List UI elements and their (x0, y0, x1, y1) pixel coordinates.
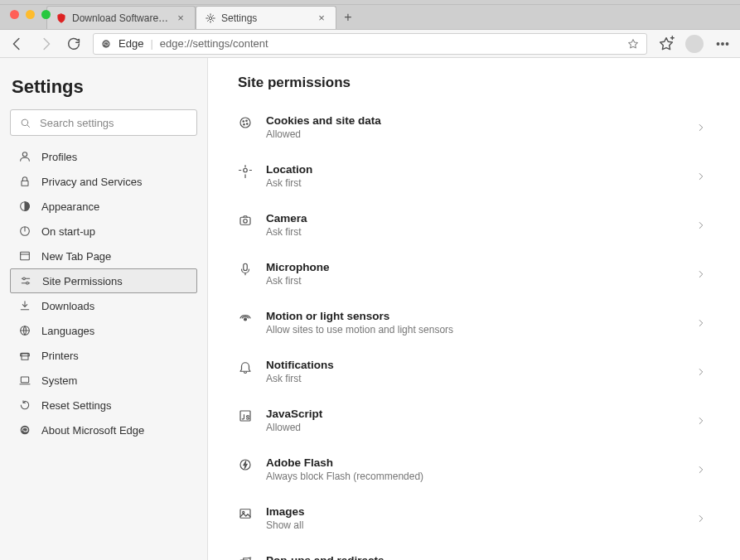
window-controls[interactable] (10, 10, 51, 19)
close-window-button[interactable] (10, 10, 19, 19)
minimize-window-button[interactable] (26, 10, 35, 19)
maximize-window-button[interactable] (41, 10, 51, 19)
